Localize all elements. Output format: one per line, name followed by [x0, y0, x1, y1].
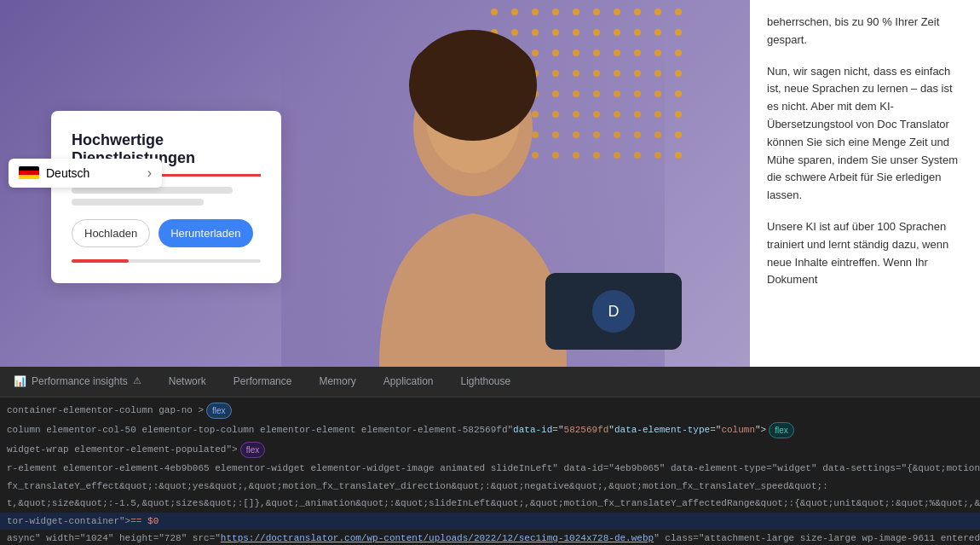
card-line-2 [72, 199, 204, 206]
main-content: Hochwertige Dienstleistungen Hochladen H… [0, 0, 980, 367]
flex-badge-3: flex [240, 442, 266, 458]
language-label: Deutsch [46, 166, 89, 180]
tab-performance-insights[interactable]: 📊 Performance insights ⚠ [0, 367, 155, 397]
bottom-overlay-card: D [545, 273, 682, 350]
code-line-7: tor-widget-container"> == $0 [0, 513, 980, 531]
image-src-link[interactable]: https://doctranslator.com/wp-content/upl… [221, 531, 654, 545]
flex-badge-1: flex [206, 403, 232, 419]
code-line-3: widget-wrap elementor-element-populated"… [0, 440, 980, 460]
tab-application[interactable]: Application [370, 367, 447, 397]
tab-network[interactable]: Network [155, 367, 220, 397]
devtools-panel: 📊 Performance insights ⚠ Network Perform… [0, 367, 980, 545]
card-progress-fill [72, 259, 129, 263]
right-paragraph-2: Nun, wir sagen nicht, dass es einfach is… [767, 63, 963, 205]
right-paragraph-1: beherrschen, bis zu 90 % Ihrer Zeit gesp… [767, 14, 963, 49]
flex-badge-2: flex [769, 422, 794, 438]
tab-performance-label: Performance [233, 375, 292, 387]
hero-section: Hochwertige Dienstleistungen Hochladen H… [0, 0, 750, 367]
warning-icon: ⚠ [133, 375, 141, 386]
code-line-5: fx_translateY_effect&quot;:&quot;yes&quo… [0, 478, 980, 496]
svg-text:D: D [608, 303, 620, 320]
download-button[interactable]: Herunterladen [159, 219, 252, 247]
upload-button[interactable]: Hochladen [72, 219, 150, 247]
code-line-2: column elementor-col-50 elementor-top-co… [0, 420, 980, 440]
tab-application-label: Application [383, 375, 434, 387]
card-progress-bar [72, 259, 261, 263]
tab-lighthouse[interactable]: Lighthouse [447, 367, 525, 397]
service-card: Hochwertige Dienstleistungen Hochladen H… [51, 111, 281, 283]
right-paragraph-3: Unsere KI ist auf über 100 Sprachen trai… [767, 218, 963, 289]
code-line-8: async" width="1024" height="728" src=" h… [0, 530, 980, 545]
chart-icon: 📊 [14, 375, 26, 387]
devtools-code-content: container-elementor-column gap-no > flex… [0, 397, 980, 545]
card-buttons: Hochladen Herunterladen [72, 219, 261, 247]
code-line-1: container-elementor-column gap-no > flex [0, 401, 980, 420]
tab-performance[interactable]: Performance [220, 367, 306, 397]
card-line-1 [72, 187, 233, 194]
language-selector[interactable]: Deutsch › [9, 159, 162, 188]
code-line-6: t,&quot;size&quot;:-1.5,&quot;sizes&quot… [0, 495, 980, 513]
tab-network-label: Network [169, 375, 206, 387]
logo-icon: D [579, 286, 648, 337]
code-line-4: r-element elementor-element-4eb9b065 ele… [0, 460, 980, 478]
right-text-content: beherrschen, bis zu 90 % Ihrer Zeit gesp… [750, 0, 980, 367]
german-flag-icon [19, 166, 39, 180]
tab-lighthouse-label: Lighthouse [461, 375, 511, 387]
tab-memory-label: Memory [319, 375, 355, 387]
devtools-tabs: 📊 Performance insights ⚠ Network Perform… [0, 367, 980, 397]
tab-insights-label: Performance insights [32, 375, 128, 387]
chevron-right-icon: › [147, 165, 152, 181]
tab-memory[interactable]: Memory [305, 367, 369, 397]
card-lines [72, 187, 261, 206]
